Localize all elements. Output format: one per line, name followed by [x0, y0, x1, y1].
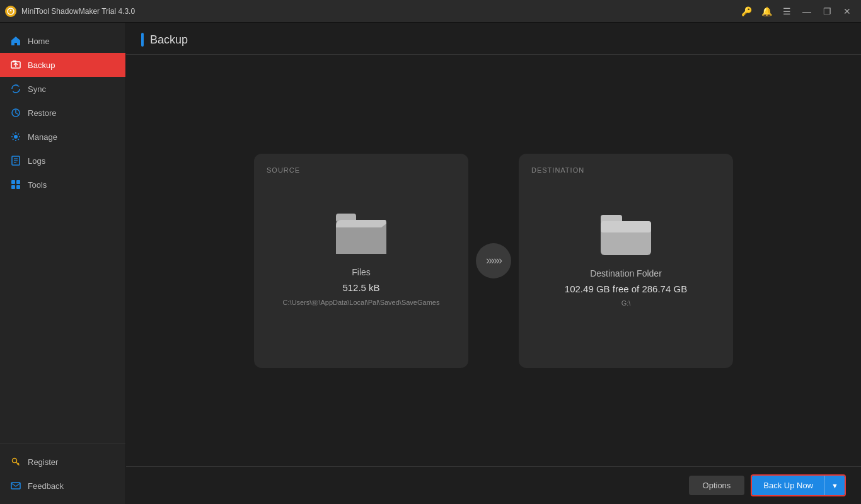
mail-icon [10, 480, 21, 491]
tools-icon [10, 179, 21, 190]
backup-now-dropdown[interactable]: ▼ [825, 476, 845, 495]
svg-rect-2 [13, 60, 16, 62]
backup-area: SOURCE Files 512.5 kB [126, 55, 861, 466]
sidebar-item-restore-label: Restore [28, 108, 57, 118]
close-button[interactable]: ✕ [838, 3, 856, 20]
options-button[interactable]: Options [689, 476, 745, 495]
bottom-bar: Options Back Up Now ▼ [126, 466, 861, 504]
sidebar-item-logs-label: Logs [28, 156, 45, 166]
svg-rect-11 [11, 185, 15, 189]
maximize-button[interactable]: ❐ [818, 3, 836, 20]
svg-rect-12 [16, 185, 20, 189]
sidebar-item-manage[interactable]: Manage [0, 125, 125, 149]
backup-now-wrapper: Back Up Now ▼ [751, 474, 846, 496]
home-icon [10, 35, 21, 47]
destination-card-name: Destination Folder [590, 268, 662, 278]
titlebar-controls: 🔑 🔔 ☰ — ❐ ✕ [737, 3, 856, 20]
page-header: Backup [126, 23, 861, 55]
sidebar-item-home-label: Home [28, 37, 50, 46]
sidebar-item-register[interactable]: Register [0, 450, 125, 474]
manage-icon [10, 131, 21, 142]
titlebar-left: MiniTool ShadowMaker Trial 4.3.0 [5, 6, 135, 17]
sidebar-item-backup[interactable]: Backup [0, 53, 125, 77]
svg-rect-10 [16, 180, 20, 184]
titlebar: MiniTool ShadowMaker Trial 4.3.0 🔑 🔔 ☰ —… [0, 0, 861, 23]
sidebar-nav: Home Backup [0, 23, 125, 443]
destination-folder-icon [601, 215, 651, 256]
key-icon [10, 456, 21, 467]
sidebar-item-feedback-label: Feedback [28, 481, 64, 491]
svg-rect-9 [11, 180, 15, 184]
sidebar-item-register-label: Register [28, 457, 58, 467]
svg-rect-17 [336, 227, 386, 254]
destination-card-label: DESTINATION [531, 166, 584, 174]
sidebar-item-logs[interactable]: Logs [0, 149, 125, 173]
source-folder-icon [336, 214, 386, 255]
content-area: Backup SOURCE [126, 23, 861, 504]
page-title: Backup [150, 33, 188, 47]
arrow-circle: »»» [476, 243, 511, 278]
destination-card-free-space: 102.49 GB free of 286.74 GB [565, 284, 687, 294]
sidebar-item-restore[interactable]: Restore [0, 101, 125, 125]
source-card[interactable]: SOURCE Files 512.5 kB [254, 154, 468, 368]
source-card-label: SOURCE [267, 166, 300, 174]
page-header-bar [141, 33, 144, 47]
sidebar-bottom: Register Feedback [0, 443, 125, 504]
sidebar-item-tools-label: Tools [28, 180, 47, 190]
sidebar-item-sync[interactable]: Sync [0, 77, 125, 101]
arrow-connector: »»» [468, 242, 519, 280]
svg-rect-14 [11, 483, 20, 489]
source-card-name: Files [352, 267, 371, 277]
sidebar-item-backup-label: Backup [28, 60, 55, 70]
restore-icon [10, 107, 21, 118]
app-title: MiniTool ShadowMaker Trial 4.3.0 [21, 7, 135, 16]
sidebar-item-home[interactable]: Home [0, 29, 125, 53]
source-card-size: 512.5 kB [342, 282, 379, 293]
source-card-path: C:\Users\㊙\AppData\Local\Pal\Saved\SaveG… [283, 298, 440, 307]
backup-icon [10, 59, 21, 71]
menu-titlebar-icon[interactable]: ☰ [778, 3, 795, 20]
destination-card[interactable]: DESTINATION Destination Folder 102.49 GB… [519, 154, 733, 368]
logs-icon [10, 155, 21, 166]
backup-now-button[interactable]: Back Up Now [752, 476, 825, 495]
sync-icon [10, 83, 21, 94]
key-titlebar-icon[interactable]: 🔑 [737, 3, 755, 20]
main-layout: Home Backup [0, 23, 861, 504]
sidebar-item-manage-label: Manage [28, 132, 57, 142]
app-logo [5, 6, 16, 17]
svg-rect-20 [601, 221, 651, 232]
arrow-symbol: »»» [486, 254, 501, 267]
sidebar-item-tools[interactable]: Tools [0, 173, 125, 197]
sidebar: Home Backup [0, 23, 126, 504]
destination-card-path: G:\ [621, 299, 631, 307]
svg-point-4 [14, 135, 18, 139]
sidebar-item-feedback[interactable]: Feedback [0, 474, 125, 498]
minimize-button[interactable]: — [798, 3, 816, 20]
bell-titlebar-icon[interactable]: 🔔 [758, 3, 775, 20]
sidebar-item-sync-label: Sync [28, 84, 46, 94]
